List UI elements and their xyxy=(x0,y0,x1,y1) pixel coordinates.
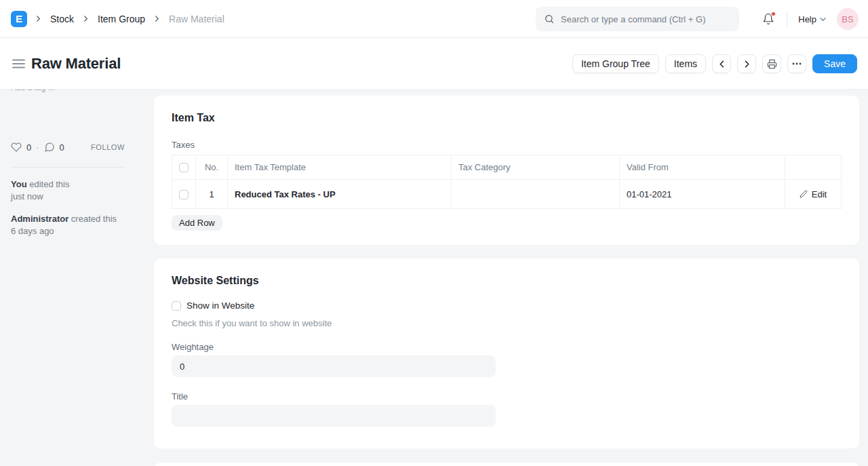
page-head: Raw Material Item Group Tree Items Save xyxy=(0,38,868,90)
notifications-bell-icon[interactable] xyxy=(761,12,776,26)
follow-button[interactable]: FOLLOW xyxy=(91,143,125,151)
section-next-partial xyxy=(154,463,859,466)
show-in-website-row: Show in Website xyxy=(172,300,842,311)
weightage-label: Weightage xyxy=(172,342,842,352)
edited-action: edited this xyxy=(29,179,69,189)
search-icon xyxy=(544,14,555,24)
social-row: 0 · 0 FOLLOW xyxy=(11,142,125,153)
edited-when: just now xyxy=(11,191,125,203)
breadcrumb-item-stock[interactable]: Stock xyxy=(50,14,74,24)
title-input[interactable] xyxy=(172,405,496,427)
edit-label: Edit xyxy=(812,189,827,199)
like-heart-icon[interactable] xyxy=(11,142,22,153)
grid-header-row: No. Item Tax Template Tax Category Valid… xyxy=(172,155,842,180)
title-label: Title xyxy=(172,391,842,402)
section-website-settings: Website Settings Show in Website Check t… xyxy=(154,258,859,448)
items-button[interactable]: Items xyxy=(665,54,706,73)
breadcrumb-item-current: Raw Material xyxy=(169,14,224,24)
chevron-down-icon xyxy=(820,16,826,22)
dot-separator: · xyxy=(36,142,39,153)
column-header-tax-category: Tax Category xyxy=(452,155,620,180)
sidebar-toggle-icon[interactable] xyxy=(11,58,26,70)
help-label: Help xyxy=(798,14,816,24)
show-in-website-label[interactable]: Show in Website xyxy=(186,300,254,311)
edited-info: You edited this just now xyxy=(11,178,125,203)
printer-icon xyxy=(767,59,777,69)
show-in-website-description: Check this if you want to show in websit… xyxy=(172,318,842,328)
row-checkbox[interactable] xyxy=(179,190,189,199)
app-logo-icon[interactable]: E xyxy=(11,11,27,27)
chevron-right-icon xyxy=(35,16,41,22)
created-info: Administrator created this 6 days ago xyxy=(11,213,125,237)
notification-dot xyxy=(771,12,776,16)
menu-more-button[interactable] xyxy=(787,54,806,73)
navbar-divider xyxy=(787,12,787,26)
next-record-button[interactable] xyxy=(737,54,756,73)
global-search[interactable] xyxy=(536,7,739,31)
chevron-right-icon xyxy=(154,16,160,22)
table-row: 1 Reduced Tax Rates - UP 01-01-2021 Edit xyxy=(172,180,842,209)
breadcrumb-bar: Stock Item Group Raw Material xyxy=(35,14,224,24)
page-title: Raw Material xyxy=(31,55,121,73)
help-dropdown[interactable]: Help xyxy=(798,14,826,24)
search-input[interactable] xyxy=(561,14,731,24)
taxes-field-label: Taxes xyxy=(172,140,842,150)
tax-category-cell[interactable] xyxy=(452,180,620,209)
section-title-website-settings: Website Settings xyxy=(172,275,842,287)
created-by: Administrator xyxy=(11,214,68,224)
valid-from-cell[interactable]: 01-01-2021 xyxy=(620,180,785,209)
sidebar-divider xyxy=(11,167,125,168)
pencil-icon xyxy=(800,190,808,198)
column-header-no: No. xyxy=(196,155,228,180)
edit-row-button[interactable]: Edit xyxy=(792,189,834,199)
section-item-tax: Item Tax Taxes No. Item Tax Template Tax… xyxy=(154,96,859,245)
chevron-right-icon xyxy=(83,16,89,22)
select-all-checkbox[interactable] xyxy=(179,163,189,172)
show-in-website-checkbox[interactable] xyxy=(172,301,181,311)
column-header-item-tax-template: Item Tax Template xyxy=(228,155,452,180)
section-title-item-tax: Item Tax xyxy=(172,112,842,124)
column-header-edit xyxy=(785,155,842,180)
save-button[interactable]: Save xyxy=(812,54,857,73)
edited-by: You xyxy=(11,179,27,189)
chevron-left-icon xyxy=(718,60,726,68)
weightage-input[interactable] xyxy=(172,355,496,377)
app-logo-letter: E xyxy=(16,13,22,24)
comment-count: 0 xyxy=(60,142,64,153)
taxes-grid: No. Item Tax Template Tax Category Valid… xyxy=(172,155,842,209)
breadcrumb-item-item-group[interactable]: Item Group xyxy=(98,14,145,24)
comment-icon[interactable] xyxy=(44,142,55,153)
navbar-right: Help BS xyxy=(761,0,859,38)
item-group-tree-button[interactable]: Item Group Tree xyxy=(572,54,659,73)
navbar: E Stock Item Group Raw Material xyxy=(0,0,868,38)
prev-record-button[interactable] xyxy=(712,54,731,73)
add-row-button[interactable]: Add Row xyxy=(172,215,222,231)
item-tax-template-cell[interactable]: Reduced Tax Rates - UP xyxy=(235,189,336,199)
chevron-right-icon xyxy=(743,60,751,68)
user-avatar[interactable]: BS xyxy=(837,8,859,30)
created-when: 6 days ago xyxy=(11,225,125,237)
created-action: created this xyxy=(71,214,117,224)
page-actions: Item Group Tree Items Save xyxy=(572,54,857,73)
column-header-valid-from: Valid From xyxy=(620,155,785,180)
avatar-initials: BS xyxy=(842,14,853,24)
row-index-cell: 1 xyxy=(196,180,228,209)
like-count: 0 xyxy=(26,142,31,153)
print-button[interactable] xyxy=(762,54,781,73)
ellipsis-icon xyxy=(792,62,802,65)
